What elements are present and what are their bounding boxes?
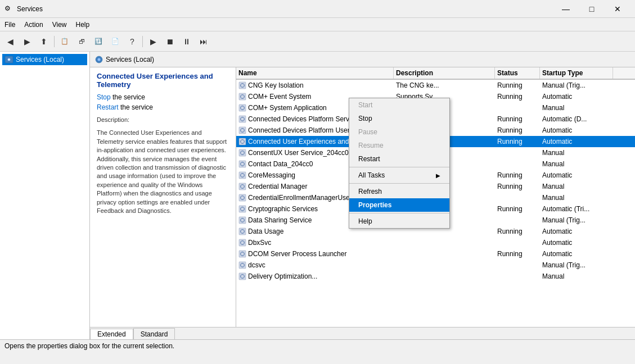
toolbar-help[interactable]: ? [124,34,140,49]
cell-startup: Automatic [540,91,613,102]
toolbar-refresh[interactable]: 🔃 [91,34,106,49]
svg-rect-77 [239,217,246,224]
stop-link[interactable]: Stop [97,93,111,101]
menu-view[interactable]: View [48,20,71,30]
table-row[interactable]: dcsvcManual (Trig... [236,260,635,271]
toolbar-sep-2 [142,36,143,47]
svg-rect-107 [239,273,246,280]
table-row[interactable]: DCOM Server Process LauncherRunningAutom… [236,248,635,260]
window-controls: — □ ✕ [553,0,631,18]
cell-desc [394,237,495,248]
service-icon [238,261,248,270]
app-icon: ⚙ [4,4,13,13]
context-menu-item-refresh[interactable]: Refresh [349,185,449,198]
service-icon [238,205,248,213]
cell-startup: Automatic [540,248,613,260]
context-menu-item-help[interactable]: Help [349,215,449,228]
maximize-button[interactable]: □ [579,0,605,18]
service-icon [238,228,248,236]
minimize-button[interactable]: — [553,0,579,18]
svg-rect-95 [239,251,246,257]
context-menu-item-all-tasks[interactable]: All Tasks▶ [349,169,449,182]
submenu-arrow-icon: ▶ [436,172,440,179]
svg-rect-65 [239,194,246,201]
toolbar-export[interactable]: 📄 [107,34,123,49]
cell-startup: Manual [540,181,613,192]
toolbar-new-window[interactable]: 🗗 [74,34,89,49]
service-icon [238,239,248,247]
context-menu-item-restart[interactable]: Restart [349,152,449,166]
col-headers: Name Description Status Startup Type [236,67,635,80]
cell-startup: Manual (Trig... [540,215,613,226]
toolbar-forward[interactable]: ▶ [19,34,35,49]
left-panel-item-services-local[interactable]: Services (Local) [2,54,87,65]
cell-name: dcsvc [236,260,394,271]
title-bar: ⚙ Services — □ ✕ [0,0,635,18]
toolbar-up[interactable]: ⬆ [36,34,52,49]
cell-startup: Manual (Trig... [540,80,613,91]
cell-desc [394,248,495,260]
cell-status: Running [495,136,540,147]
context-menu-item-stop[interactable]: Stop [349,112,449,125]
cell-name: DbxSvc [236,237,394,248]
svg-rect-101 [239,262,246,269]
table-row[interactable]: DbxSvcAutomatic [236,237,635,248]
service-icon [238,194,248,202]
menu-help[interactable]: Help [71,20,94,30]
context-menu-separator [349,183,449,184]
address-bar: Services (Local) [90,52,635,67]
context-menu-item-pause: Pause [349,125,449,139]
table-row[interactable]: CNG Key IsolationThe CNG ke...RunningMan… [236,80,635,91]
left-panel: Services (Local) [0,52,90,339]
col-header-name[interactable]: Name [236,67,394,79]
cell-status: Running [495,248,540,260]
svg-rect-59 [239,183,246,190]
service-icon [238,250,248,258]
window-title: Services [17,5,553,13]
cell-startup: Automatic [540,136,613,147]
tab-standard[interactable]: Standard [133,328,175,339]
desc-body: The Connected User Experiences and Telem… [97,129,229,215]
col-header-desc[interactable]: Description [394,67,495,79]
toolbar-back[interactable]: ◀ [2,34,18,49]
close-button[interactable]: ✕ [605,0,631,18]
cell-startup: Manual [540,271,613,282]
col-header-status[interactable]: Status [495,67,540,79]
svg-rect-71 [239,206,246,212]
cell-startup: Automatic [540,170,613,181]
svg-point-4 [98,58,101,61]
cell-desc: The CNG ke... [394,80,495,91]
context-menu-item-properties[interactable]: Properties [349,198,449,212]
desc-restart-line: Restart the service [97,103,229,111]
menu-file[interactable]: File [0,20,20,30]
toolbar-stop[interactable]: ⏹ [162,34,178,49]
svg-rect-11 [239,93,246,100]
svg-rect-53 [239,172,246,179]
desc-label: Description: [97,116,229,124]
toolbar: ◀ ▶ ⬆ 📋 🗗 🔃 📄 ? ▶ ⏹ ⏸ ⏭ [0,31,635,52]
cell-startup: Manual [540,192,613,203]
status-bar: Opens the properties dialog box for the … [0,339,635,352]
cell-startup: Manual [540,147,613,158]
toolbar-show-hide-console[interactable]: 📋 [57,34,73,49]
service-icon [238,183,248,191]
context-menu-separator [349,167,449,167]
cell-status [495,271,540,282]
restart-link[interactable]: Restart [97,103,119,111]
table-row[interactable]: Delivery Optimization...Manual [236,271,635,282]
service-icon [238,115,248,124]
cell-desc [394,260,495,271]
cell-startup: Automatic [540,237,613,248]
cell-status [495,237,540,248]
cell-status: Running [495,80,540,91]
toolbar-restart[interactable]: ⏭ [196,34,211,49]
col-header-startup[interactable]: Startup Type [540,67,613,79]
menu-action[interactable]: Action [20,20,47,30]
toolbar-pause[interactable]: ⏸ [179,34,195,49]
tab-extended[interactable]: Extended [90,329,133,339]
cell-status [495,158,540,170]
toolbar-play[interactable]: ▶ [145,34,161,49]
service-icon [238,104,248,112]
cell-status [495,215,540,226]
cell-startup: Manual [540,102,613,113]
